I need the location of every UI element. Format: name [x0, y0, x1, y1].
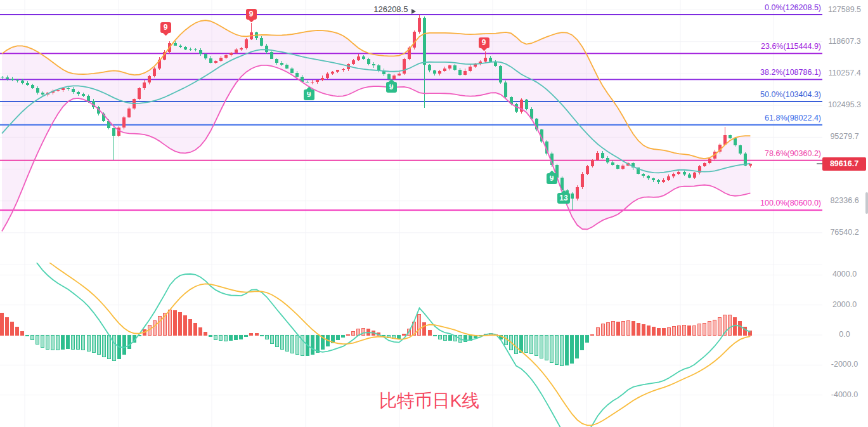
- candle-body: [438, 71, 441, 74]
- price-chart-canvas[interactable]: [0, 0, 868, 427]
- macd-bar: [92, 335, 95, 353]
- macd-histogram-layer: [1, 310, 752, 366]
- candle-body: [693, 173, 696, 178]
- candle-body: [82, 94, 85, 96]
- candle-body: [174, 43, 177, 46]
- candle-body: [596, 153, 599, 160]
- candle-body: [275, 59, 278, 63]
- candle-body: [72, 89, 75, 92]
- macd-bar: [443, 335, 446, 340]
- macd-bar: [41, 335, 44, 347]
- candle-body: [591, 160, 594, 167]
- macd-bar: [357, 329, 360, 335]
- macd-bar: [316, 335, 319, 352]
- macd-bar: [245, 335, 248, 336]
- macd-bar: [265, 335, 268, 339]
- candle-body: [31, 85, 34, 88]
- macd-bar: [586, 335, 589, 342]
- macd-bar: [11, 322, 14, 335]
- macd-bar: [199, 327, 202, 335]
- price-axis-label: 82336.6: [824, 196, 865, 205]
- macd-bar: [433, 335, 436, 336]
- macd-bar: [127, 335, 131, 348]
- price-axis-label: 76540.2: [824, 228, 865, 237]
- macd-bar: [657, 328, 660, 335]
- macd-bar: [311, 335, 314, 354]
- candle-body: [601, 153, 604, 158]
- candle-body: [611, 162, 614, 165]
- candle-body: [504, 82, 507, 97]
- price-axis-label: 127589.5: [824, 5, 865, 14]
- macd-bar: [46, 335, 49, 349]
- candle-body: [463, 71, 467, 76]
- macd-axis-label: -2000.0: [824, 360, 865, 369]
- candle-body: [657, 180, 660, 182]
- macd-bar: [515, 335, 518, 354]
- page-title: 比特币日K线: [353, 389, 505, 413]
- macd-bar: [194, 323, 197, 335]
- macd-bar: [295, 335, 299, 354]
- candle-body: [295, 73, 299, 77]
- current-price-badge: 89616.7: [822, 157, 866, 171]
- candle-body: [515, 104, 518, 112]
- macd-bar: [713, 320, 716, 335]
- candle-body: [16, 80, 19, 81]
- macd-bar: [683, 325, 686, 335]
- macd-bar: [336, 335, 339, 339]
- candle-body: [316, 80, 319, 82]
- candle-body: [423, 18, 426, 65]
- candle-body: [260, 38, 263, 46]
- candle-body: [235, 49, 238, 53]
- candle-body: [67, 88, 70, 89]
- candle-body: [122, 117, 126, 128]
- candle-body: [199, 50, 202, 54]
- macd-bar: [36, 335, 39, 344]
- macd-bar: [240, 335, 243, 339]
- macd-bar: [214, 335, 217, 339]
- price-axis-label: 102495.3: [824, 100, 865, 109]
- macd-bar: [560, 335, 564, 365]
- macd-bar: [693, 325, 696, 335]
- candle-body: [525, 100, 528, 109]
- candle-body: [336, 70, 339, 72]
- macd-bar: [525, 335, 528, 353]
- candle-body: [362, 56, 365, 59]
- fib-level-label: 23.6%(115444.9): [634, 42, 821, 51]
- macd-axis-label: 4000.0: [824, 270, 865, 279]
- candle-body: [708, 159, 711, 163]
- macd-bar: [179, 312, 182, 335]
- macd-bar: [219, 335, 223, 341]
- macd-bar: [739, 322, 742, 335]
- fib-level-label: 78.6%(90360.2): [634, 149, 821, 158]
- price-axis-label: 95279.7: [824, 132, 865, 141]
- macd-bar: [224, 335, 228, 341]
- candle-body: [576, 187, 579, 199]
- candle-body: [153, 69, 156, 77]
- macd-bar: [255, 333, 258, 335]
- candle-body: [306, 82, 309, 82]
- macd-bar: [204, 332, 207, 335]
- macd-axis-label: 0.0: [824, 330, 865, 339]
- candle-body: [270, 52, 273, 58]
- macd-bar: [642, 325, 645, 335]
- candle-body: [357, 56, 360, 60]
- macd-bar: [555, 335, 559, 364]
- candle-body: [469, 67, 472, 71]
- macd-bar: [448, 335, 451, 340]
- candle-body: [647, 176, 650, 178]
- macd-bar: [398, 335, 401, 338]
- candle-body: [688, 174, 691, 178]
- macd-bar: [174, 310, 177, 335]
- scrollbar-thumb[interactable]: [865, 192, 868, 214]
- candle-body: [616, 165, 619, 169]
- candle-body: [326, 74, 329, 78]
- macd-bar: [677, 325, 680, 335]
- macd-bar: [545, 335, 548, 360]
- candle-body: [11, 79, 14, 80]
- candle-body: [428, 65, 431, 70]
- fib-level-label: 100.0%(80600.0): [634, 199, 821, 207]
- macd-bar: [688, 326, 691, 335]
- price-axis-label: 110257.4: [824, 69, 865, 77]
- macd-bar: [275, 335, 278, 347]
- candle-body: [230, 53, 233, 55]
